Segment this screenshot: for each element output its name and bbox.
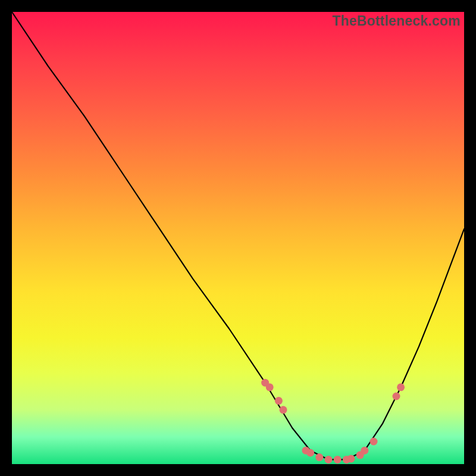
data-marker bbox=[397, 383, 405, 391]
data-marker bbox=[275, 397, 283, 405]
data-marker bbox=[315, 453, 323, 461]
chart-frame: TheBottleneck.com bbox=[12, 12, 464, 464]
data-marker bbox=[393, 393, 400, 400]
data-marker bbox=[347, 455, 355, 462]
data-marker bbox=[266, 383, 274, 391]
data-marker bbox=[325, 456, 333, 464]
chart-svg bbox=[12, 12, 464, 464]
data-marker bbox=[370, 438, 378, 446]
data-marker bbox=[334, 456, 342, 464]
data-marker bbox=[361, 447, 368, 455]
data-marker bbox=[280, 406, 287, 414]
data-marker bbox=[306, 449, 314, 457]
